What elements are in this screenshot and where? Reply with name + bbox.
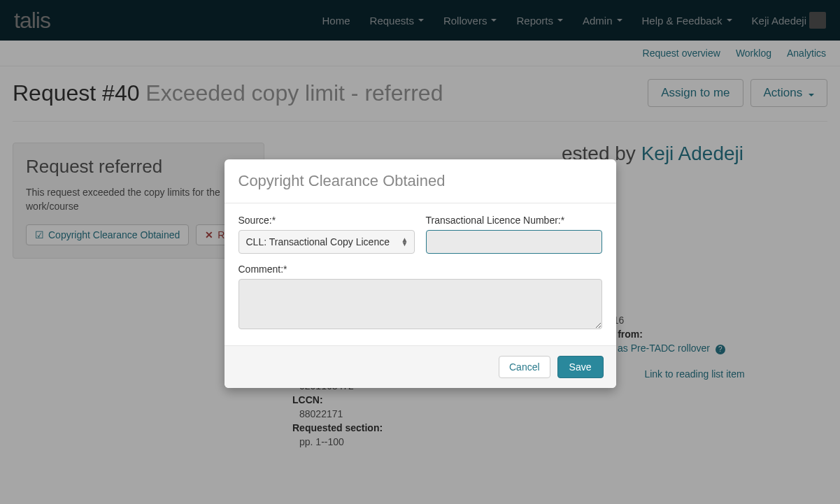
source-select[interactable]: CLL: Transactional Copy Licence ▲▼ [239, 230, 415, 254]
modal-footer: Cancel Save [225, 345, 616, 388]
modal-body: Source:* CLL: Transactional Copy Licence… [225, 203, 616, 345]
clearance-modal: Copyright Clearance Obtained Source:* CL… [225, 159, 616, 388]
source-label: Source:* [239, 215, 415, 226]
modal-title: Copyright Clearance Obtained [239, 172, 602, 190]
select-arrows-icon: ▲▼ [401, 238, 408, 246]
cancel-button[interactable]: Cancel [499, 356, 550, 378]
licence-label: Transactional Licence Number:* [426, 215, 602, 226]
source-value: CLL: Transactional Copy Licence [246, 236, 390, 247]
comment-label: Comment:* [239, 264, 602, 275]
save-button[interactable]: Save [557, 356, 604, 378]
comment-textarea[interactable] [239, 279, 602, 329]
modal-header: Copyright Clearance Obtained [225, 159, 616, 203]
licence-input[interactable] [426, 230, 602, 254]
